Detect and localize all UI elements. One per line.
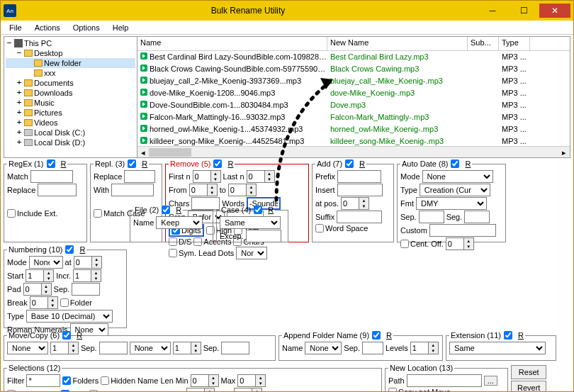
numbering-sep-input[interactable] [72, 283, 100, 296]
minimize-button[interactable]: ─ [477, 4, 508, 18]
add-reset[interactable]: R [359, 159, 365, 168]
remove-enable-check[interactable] [213, 159, 222, 168]
movecopy-enable-check[interactable] [62, 331, 71, 340]
file-row[interactable]: Falcon-Mark_Mattingly-16...93032.mp3Falc… [137, 111, 570, 123]
tree-item[interactable]: +Music [6, 98, 135, 108]
case-enable-check[interactable] [254, 206, 262, 214]
selections-pathlenmin-spinner[interactable]: ▲▼ [186, 388, 215, 392]
autodate-off-spinner[interactable]: ▲▼ [446, 237, 474, 250]
movecopy-sep2-input[interactable] [221, 342, 249, 354]
tree-item[interactable]: +Documents [6, 78, 135, 88]
col-name[interactable]: Name [137, 37, 327, 50]
tree-item[interactable]: −Desktop [6, 48, 135, 58]
autodate-sep-input[interactable] [419, 211, 444, 223]
newlocation-browse-button[interactable]: ... [484, 376, 497, 386]
repl-enable-check[interactable] [128, 159, 136, 168]
maximize-button[interactable]: ☐ [508, 4, 539, 18]
appendfolder-levels-spinner[interactable]: ▲▼ [410, 342, 439, 354]
tree-item[interactable]: +Local Disk (C:) [6, 128, 135, 138]
newlocation-copy-check[interactable] [388, 388, 397, 392]
remove-reset[interactable]: R [227, 159, 233, 168]
remove-lastn-spinner[interactable]: ▲▼ [247, 170, 275, 183]
case-reset[interactable]: R [268, 206, 274, 214]
autodate-mode-select[interactable]: None [422, 170, 493, 183]
file-row[interactable]: killdeer_song-Mike_Koenig-...44525481.mp… [137, 135, 570, 146]
add-atpos-spinner[interactable]: ▲▼ [341, 197, 369, 210]
selections-namelenmin-spinner[interactable]: ▲▼ [191, 374, 219, 387]
regex-enable-check[interactable] [47, 159, 55, 168]
tree-item[interactable]: −This PC [6, 38, 135, 48]
numbering-break-spinner[interactable]: ▲▼ [30, 296, 58, 309]
remove-from-spinner[interactable]: ▲▼ [189, 184, 218, 196]
autodate-fmt-select[interactable]: DMY [416, 197, 487, 210]
numbering-type-select[interactable]: Base 10 (Decimal) [26, 310, 113, 323]
appendfolder-enable-check[interactable] [372, 331, 381, 340]
tree-item[interactable]: xxx [6, 68, 135, 78]
regex-reset[interactable]: R [61, 159, 67, 168]
numbering-folder-check[interactable] [60, 298, 69, 307]
autodate-enable-check[interactable] [451, 159, 459, 168]
repl-replace-input[interactable] [124, 170, 155, 183]
reset-button[interactable]: Reset [511, 365, 546, 379]
file-enable-check[interactable] [162, 206, 170, 214]
col-sub[interactable]: Sub... [468, 37, 499, 50]
remove-to-spinner[interactable]: ▲▼ [228, 184, 257, 196]
tree-item[interactable]: New folder [6, 58, 135, 68]
file-list[interactable]: Best Cardinal Bird Lazy-SoundBible.com-1… [137, 51, 570, 146]
file-row[interactable]: horned_owl-Mike_Koenig-1...45374932.mp3h… [137, 123, 570, 135]
horizontal-scrollbar[interactable]: ◂▸ [137, 146, 570, 157]
folder-tree[interactable]: −This PC−DesktopNew folderxxx+Documents+… [4, 37, 137, 157]
add-enable-check[interactable] [345, 159, 354, 168]
remove-firstn-spinner[interactable]: ▲▼ [193, 170, 221, 183]
autodate-seg-input[interactable] [464, 211, 490, 223]
add-wordspace-check[interactable] [315, 224, 324, 233]
file-list-header[interactable]: Name New Name Sub... Type [137, 37, 570, 51]
numbering-enable-check[interactable] [65, 245, 74, 254]
add-prefix-input[interactable] [337, 170, 381, 183]
selections-namemax-spinner[interactable]: ▲▼ [237, 374, 266, 387]
numbering-start-spinner[interactable]: ▲▼ [26, 269, 54, 282]
tree-item[interactable]: +Videos [6, 118, 135, 128]
remove-sym-check[interactable] [169, 249, 177, 257]
file-row[interactable]: bluejay_call_2-Mike_Koenig-3937369...mp3… [137, 75, 570, 87]
extension-select[interactable]: Same [449, 342, 546, 354]
remove-leaddots-select[interactable]: Non [236, 247, 267, 259]
movecopy-2-spinner[interactable]: ▲▼ [173, 342, 201, 354]
add-suffix-input[interactable] [337, 211, 382, 223]
add-insert-input[interactable] [337, 184, 383, 196]
numbering-pad-spinner[interactable]: ▲▼ [23, 283, 52, 296]
movecopy-sep-input[interactable] [99, 342, 128, 354]
movecopy-2-select[interactable]: None [130, 342, 171, 354]
file-reset[interactable]: R [176, 206, 181, 214]
tree-item[interactable]: +Local Disk (D:) [6, 138, 135, 147]
repl-reset[interactable]: R [142, 159, 147, 168]
regex-include-ext-check[interactable] [7, 209, 16, 218]
selections-pathmax-spinner[interactable]: ▲▼ [234, 388, 262, 392]
revert-button[interactable]: Revert [511, 381, 546, 392]
numbering-at-spinner[interactable]: ▲▼ [74, 256, 102, 269]
repl-matchcase-check[interactable] [94, 209, 102, 218]
autodate-custom-input[interactable] [429, 224, 496, 237]
col-new-name[interactable]: New Name [327, 37, 468, 50]
file-row[interactable]: dove-Mike_Koenig-1208...9046.mp3dove-Mik… [137, 87, 570, 99]
extension-enable-check[interactable] [504, 331, 512, 340]
movecopy-1-spinner[interactable]: ▲▼ [50, 342, 79, 354]
autodate-cent-check[interactable] [400, 240, 409, 248]
movecopy-1-select[interactable]: None [7, 342, 48, 354]
autodate-type-select[interactable]: Creation (Cur [420, 184, 490, 196]
case-excep-input[interactable] [246, 230, 281, 242]
file-name-select[interactable]: Keep [156, 216, 203, 229]
selections-folders-check[interactable] [62, 376, 71, 385]
regex-match-input[interactable] [30, 170, 73, 183]
file-row[interactable]: Best Cardinal Bird Lazy-SoundBible.com-1… [137, 51, 570, 63]
extension-reset[interactable]: R [518, 331, 524, 340]
selections-filter-input[interactable] [26, 374, 60, 387]
menu-options[interactable]: Options [67, 22, 106, 33]
appendfolder-name-select[interactable]: None [305, 342, 342, 354]
numbering-reset[interactable]: R [79, 245, 85, 254]
repl-with-input[interactable] [111, 184, 154, 196]
appendfolder-reset[interactable]: R [386, 331, 392, 340]
file-row[interactable]: Dove-SoundBible.com-1...8030484.mp3Dove.… [137, 99, 570, 111]
selections-hidden-check[interactable] [101, 376, 109, 385]
close-button[interactable]: ✕ [539, 4, 570, 18]
